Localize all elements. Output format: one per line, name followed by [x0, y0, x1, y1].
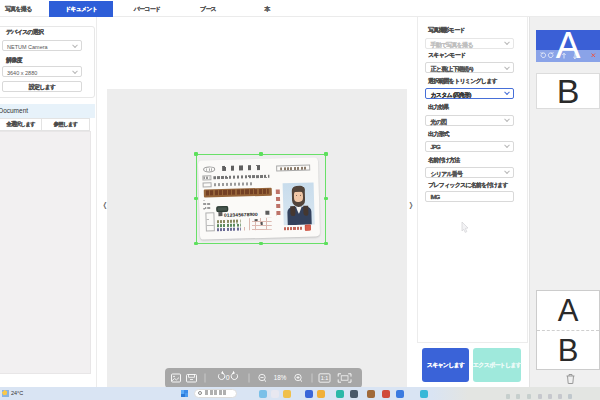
- svg-text:18%: 18%: [274, 374, 287, 381]
- svg-text:1:1: 1:1: [321, 375, 329, 381]
- svg-text:0: 0: [226, 374, 230, 381]
